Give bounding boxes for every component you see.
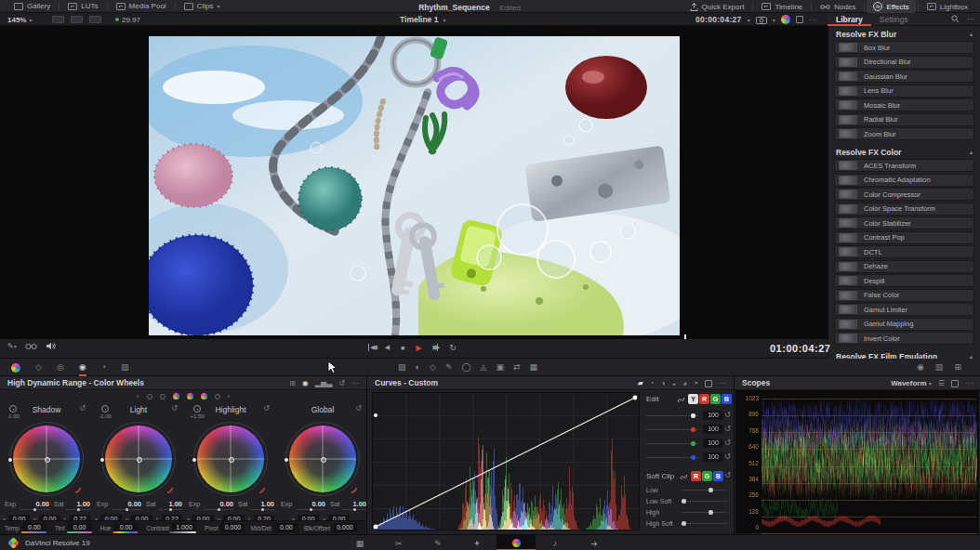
exp-slider[interactable]: 0.00 xyxy=(204,500,233,510)
stills-tool-icon[interactable]: ▦ xyxy=(529,359,537,376)
scope-toggle-icon[interactable]: ▥ xyxy=(935,359,944,376)
eyedropper-tool-icon[interactable]: ✎ xyxy=(445,359,453,376)
keyframe-tool-icon[interactable]: ⇄ xyxy=(513,359,521,376)
stop-icon[interactable]: ■ xyxy=(401,345,404,351)
reset-icon[interactable]: ↺ xyxy=(724,411,731,419)
curve-graph[interactable] xyxy=(372,392,640,530)
page-fusion[interactable]: ✦ xyxy=(457,535,497,550)
softclip-g-button[interactable]: G xyxy=(702,471,712,481)
luts-button[interactable]: LUTs xyxy=(61,0,104,13)
temp-control[interactable]: Temp0.00 xyxy=(5,523,49,532)
color-viewer-icon[interactable] xyxy=(781,15,790,24)
gallery-button[interactable]: Gallery xyxy=(7,0,57,13)
low-soft-slider[interactable] xyxy=(682,501,728,502)
lightbox-button[interactable]: Lightbox xyxy=(920,0,974,13)
y-gain-slider[interactable] xyxy=(646,415,698,416)
reset-icon[interactable]: ↺ xyxy=(338,376,345,390)
contrast-control[interactable]: Contrast1.000 xyxy=(146,523,199,532)
fx-item[interactable]: Gamut Limiter xyxy=(834,303,974,316)
curves-tool-icon[interactable]: ▨ xyxy=(398,359,406,376)
more-options-icon[interactable]: ⋯ xyxy=(967,15,974,23)
sat-slider[interactable]: 1.00 xyxy=(250,500,274,510)
color-wheels-tool-icon[interactable] xyxy=(11,363,20,373)
y-gain-value[interactable]: 100 xyxy=(703,411,723,420)
expand-icon[interactable] xyxy=(951,380,959,387)
exp-slider[interactable]: 0.00 xyxy=(20,500,49,510)
reset-icon[interactable]: ↺ xyxy=(79,404,86,412)
page-media[interactable]: ▦ xyxy=(340,535,379,550)
page-color[interactable] xyxy=(497,535,536,550)
expand-icon[interactable] xyxy=(705,380,712,387)
channel-b-button[interactable]: B xyxy=(722,394,732,404)
color-wheel[interactable] xyxy=(289,426,356,492)
page-fairlight[interactable]: ♪ xyxy=(536,535,575,550)
reset-icon[interactable]: ↺ xyxy=(724,471,731,479)
channel-r-button[interactable]: R xyxy=(699,394,709,404)
graph-mode-icon[interactable]: ▂▅▃ xyxy=(315,376,332,390)
audio-mute-icon[interactable] xyxy=(46,342,56,350)
nodes-button[interactable]: Nodes xyxy=(814,0,862,13)
effects-button[interactable]: fxEffects xyxy=(867,0,915,13)
fx-item[interactable]: Color Space Transform xyxy=(834,203,974,216)
view-mode-single[interactable] xyxy=(52,16,68,25)
timeline-select[interactable]: Timeline 1▾ xyxy=(400,13,445,26)
scope-settings-icon[interactable]: ☰ xyxy=(938,376,945,390)
tracker-tool-icon[interactable]: ◬ xyxy=(481,359,487,376)
more-options-icon[interactable]: ⋯ xyxy=(351,376,359,390)
custom-curve-mode-icon[interactable]: ▰ xyxy=(638,376,643,390)
lum-vs-sat-icon[interactable]: ◕ xyxy=(682,376,687,390)
hue-control[interactable]: Hue0.00 xyxy=(100,523,141,532)
quick-export-button[interactable]: Quick Export xyxy=(683,0,751,13)
power-window-circle-icon[interactable]: ◯ xyxy=(461,359,470,376)
fx-item[interactable]: Mosaic Blur xyxy=(834,98,974,111)
sat-vs-sat-icon[interactable]: ◓ xyxy=(694,376,698,390)
go-to-end-icon[interactable]: ▶▶ xyxy=(433,344,439,351)
expand-icon[interactable] xyxy=(796,16,803,23)
chevron-down-icon[interactable]: ▾ xyxy=(773,17,775,23)
exp-slider[interactable]: 0.00 xyxy=(296,500,325,510)
color-wheel[interactable] xyxy=(13,426,80,492)
fx-item[interactable]: Box Blur xyxy=(834,41,974,54)
fx-item[interactable]: Chromatic Adaptation xyxy=(834,174,974,187)
fx-item[interactable]: Directional Blur xyxy=(834,56,974,69)
reset-icon[interactable]: ↺ xyxy=(724,452,731,461)
fx-item[interactable]: Zoom Blur xyxy=(834,127,974,140)
fx-item[interactable]: Color Compressor xyxy=(834,188,974,201)
proxy-glasses-icon[interactable] xyxy=(25,343,37,350)
fx-item[interactable]: Lens Blur xyxy=(834,85,974,98)
link-channels-icon[interactable] xyxy=(677,396,685,404)
fx-item[interactable]: ACES Transform xyxy=(834,159,974,172)
split-screen-icon[interactable]: ⊞ xyxy=(954,359,961,376)
play-icon[interactable]: ▶ xyxy=(416,344,421,352)
channel-y-button[interactable]: Y xyxy=(688,394,698,404)
fx-item[interactable]: False Color xyxy=(834,289,974,302)
sat-slider[interactable]: 1.00 xyxy=(158,500,182,510)
window-tool-icon[interactable]: ◇ xyxy=(430,359,436,376)
reset-icon[interactable]: ↺ xyxy=(724,439,731,447)
channel-g-button[interactable]: G xyxy=(710,394,721,404)
softclip-r-button[interactable]: R xyxy=(691,471,701,481)
fx-item[interactable]: DCTL xyxy=(834,245,974,258)
go-to-start-icon[interactable]: ◀◀ xyxy=(368,344,374,351)
hdr-tool-icon[interactable]: ◎ xyxy=(57,359,64,376)
fx-item[interactable]: Despill xyxy=(834,274,974,287)
pivot-control[interactable]: Pivot0.000 xyxy=(205,523,245,532)
hue-vs-sat-icon[interactable]: ◑ xyxy=(661,376,666,390)
page-deliver[interactable]: ➔ xyxy=(575,535,614,550)
more-options-icon[interactable]: ⋯ xyxy=(965,376,973,390)
wheels-mode-icon[interactable]: ◉ xyxy=(302,376,309,390)
primary-bars-tool-icon[interactable]: ◇ xyxy=(35,359,42,376)
hue-vs-lum-icon[interactable]: ◒ xyxy=(671,376,676,390)
page-cut[interactable]: ✂ xyxy=(379,535,418,550)
fx-item[interactable]: Dehaze xyxy=(834,260,974,273)
chevron-down-icon[interactable]: ▾ xyxy=(748,17,750,23)
high-slider[interactable] xyxy=(682,512,728,513)
low-slider[interactable] xyxy=(682,490,728,491)
sat-slider[interactable]: 1.00 xyxy=(66,500,90,510)
loop-icon[interactable]: ↻ xyxy=(449,343,457,352)
tab-settings[interactable]: Settings xyxy=(871,13,917,26)
qualifier-tool-icon[interactable]: ◐ xyxy=(416,359,420,376)
more-options-icon[interactable]: ⋯ xyxy=(719,376,726,390)
grab-still-icon[interactable] xyxy=(756,16,767,24)
link-channels-icon[interactable] xyxy=(680,473,688,481)
